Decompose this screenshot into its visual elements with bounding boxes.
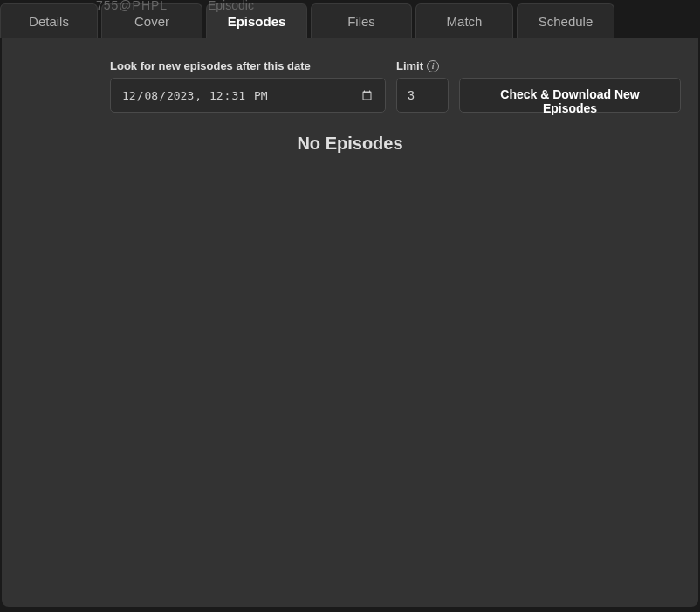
tab-match[interactable]: Match <box>415 3 513 38</box>
breadcrumb-hint-1: 755@PHPL <box>96 0 168 12</box>
limit-input[interactable] <box>396 78 449 113</box>
limit-label: Limit i <box>396 59 449 72</box>
controls-row: Look for new episodes after this date Li… <box>110 59 681 113</box>
date-label: Look for new episodes after this date <box>110 59 386 72</box>
date-field-group: Look for new episodes after this date <box>110 59 386 113</box>
limit-field-group: Limit i <box>396 59 449 113</box>
tab-files[interactable]: Files <box>311 3 412 38</box>
episodes-panel: Look for new episodes after this date Li… <box>2 38 698 607</box>
info-icon[interactable]: i <box>427 60 439 72</box>
tab-schedule[interactable]: Schedule <box>517 3 614 38</box>
date-input[interactable] <box>110 78 386 113</box>
limit-label-text: Limit <box>396 59 423 72</box>
breadcrumb-hint-2: Episodic <box>208 0 254 12</box>
tab-details[interactable]: Details <box>0 3 98 38</box>
no-episodes-message: No Episodes <box>19 134 681 154</box>
check-download-button[interactable]: Check & Download New Episodes <box>459 78 681 113</box>
